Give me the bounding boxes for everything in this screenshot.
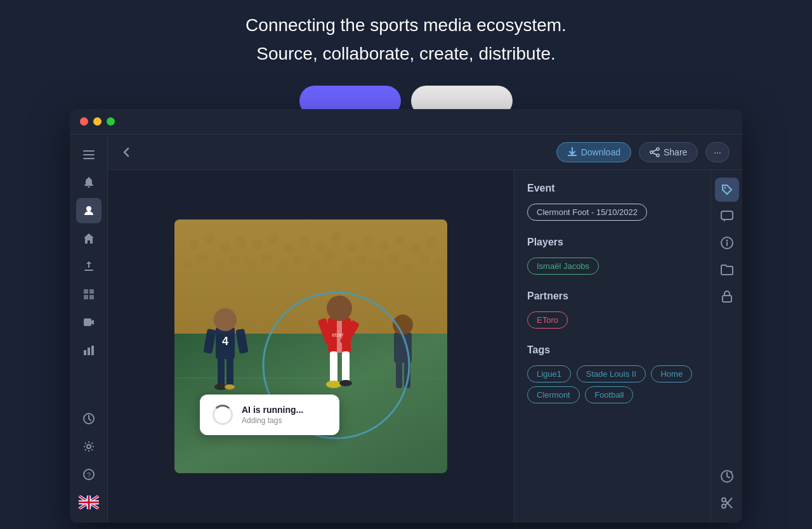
svg-point-50 xyxy=(372,259,383,270)
tag-clermont[interactable]: Clermont xyxy=(527,386,580,403)
tag-football[interactable]: Football xyxy=(585,386,633,403)
hero-line1: Connecting the sports media ecosystem. xyxy=(0,11,812,40)
svg-point-25 xyxy=(236,237,246,247)
share-label: Share xyxy=(664,147,687,157)
flag-uk-icon[interactable] xyxy=(76,490,102,515)
svg-point-75 xyxy=(339,380,352,386)
settings-icon[interactable] xyxy=(76,434,102,459)
ai-spinner xyxy=(213,405,233,425)
title-bar xyxy=(70,109,742,134)
scissors-panel-button[interactable] xyxy=(715,491,739,515)
player-tag-ismael[interactable]: Ismaël Jacobs xyxy=(527,258,599,275)
svg-point-39 xyxy=(198,252,208,263)
svg-rect-8 xyxy=(89,295,94,299)
tag-home[interactable]: Home xyxy=(651,365,692,382)
main-content: 4 xyxy=(108,170,742,523)
svg-rect-9 xyxy=(84,318,91,326)
ai-running-card: AI is running... Adding tags xyxy=(200,395,339,435)
event-tag[interactable]: Clermont Foot - 15/10/2022 xyxy=(527,204,647,221)
svg-point-36 xyxy=(410,244,421,254)
gallery-icon[interactable] xyxy=(76,282,102,307)
partner-tag-etoro[interactable]: EToro xyxy=(527,311,568,329)
svg-rect-7 xyxy=(84,295,88,299)
image-area: 4 xyxy=(108,170,514,523)
svg-point-43 xyxy=(261,252,272,263)
svg-point-59 xyxy=(214,308,237,331)
svg-point-40 xyxy=(214,262,224,272)
svg-point-52 xyxy=(404,263,414,273)
folder-panel-button[interactable] xyxy=(715,258,739,282)
svg-point-49 xyxy=(357,256,367,266)
svg-rect-60 xyxy=(218,358,225,386)
photo-container: 4 xyxy=(174,219,447,473)
partners-label: Partners xyxy=(527,291,698,302)
chart-icon[interactable] xyxy=(76,337,102,363)
svg-point-41 xyxy=(230,256,240,266)
schedule-panel-button[interactable] xyxy=(715,464,739,488)
svg-point-33 xyxy=(363,237,373,247)
svg-point-87 xyxy=(722,498,726,502)
svg-rect-82 xyxy=(721,211,733,219)
svg-point-44 xyxy=(277,262,287,272)
comment-panel-button[interactable] xyxy=(715,204,739,228)
svg-point-29 xyxy=(299,237,310,247)
svg-rect-61 xyxy=(226,358,233,386)
svg-text:?: ? xyxy=(86,471,90,479)
lock-panel-button[interactable] xyxy=(715,284,739,308)
download-label: Download xyxy=(581,147,620,157)
traffic-light-red[interactable] xyxy=(80,117,88,126)
upload-icon[interactable] xyxy=(76,254,102,279)
top-bar: Download Share ··· xyxy=(108,134,742,170)
svg-text:4: 4 xyxy=(222,335,228,348)
home-icon[interactable] xyxy=(76,226,102,251)
tag-stade-louis-ii[interactable]: Stade Louis II xyxy=(577,365,646,382)
bell-icon[interactable] xyxy=(76,170,102,195)
traffic-light-green[interactable] xyxy=(107,117,115,126)
download-button[interactable]: Download xyxy=(556,142,631,162)
menu-icon[interactable] xyxy=(76,142,102,167)
players-section: Players Ismaël Jacobs xyxy=(527,237,698,277)
tag-ligue1[interactable]: Ligue1 xyxy=(527,365,571,382)
svg-point-24 xyxy=(220,243,230,253)
svg-point-74 xyxy=(326,381,341,388)
players-label: Players xyxy=(527,237,698,248)
svg-rect-78 xyxy=(396,362,402,388)
svg-point-53 xyxy=(420,256,430,266)
back-button[interactable] xyxy=(121,146,133,159)
svg-rect-70 xyxy=(330,351,337,383)
help-icon[interactable]: ? xyxy=(76,462,102,487)
svg-point-18 xyxy=(657,148,659,150)
svg-point-48 xyxy=(341,261,351,271)
svg-rect-11 xyxy=(88,348,90,355)
svg-rect-71 xyxy=(342,351,350,383)
video-icon[interactable] xyxy=(76,310,102,335)
svg-point-69 xyxy=(327,296,352,321)
tag-panel-button[interactable] xyxy=(715,178,739,202)
tags-container: Ligue1 Stade Louis II Home Clermont Foot… xyxy=(527,363,698,405)
svg-rect-4 xyxy=(84,270,93,271)
svg-rect-1 xyxy=(83,154,95,155)
tags-section: Tags Ligue1 Stade Louis II Home Clermont… xyxy=(527,344,698,405)
more-button[interactable]: ··· xyxy=(705,142,730,162)
svg-point-88 xyxy=(722,504,726,508)
app-window: ? xyxy=(70,109,742,523)
icon-panel xyxy=(710,170,742,523)
svg-point-20 xyxy=(657,154,659,157)
svg-point-38 xyxy=(182,259,192,269)
clock-icon[interactable] xyxy=(76,406,102,431)
share-button[interactable]: Share xyxy=(639,142,698,162)
svg-point-27 xyxy=(268,233,278,244)
event-label: Event xyxy=(527,183,698,194)
svg-rect-2 xyxy=(83,158,95,159)
ai-subtitle: Adding tags xyxy=(242,416,303,425)
ai-title: AI is running... xyxy=(242,405,303,415)
svg-point-30 xyxy=(315,241,325,251)
hero-line2: Source, collaborate, create, distribute. xyxy=(0,40,812,69)
svg-point-26 xyxy=(252,240,262,250)
svg-point-19 xyxy=(650,151,653,153)
user-avatar[interactable] xyxy=(76,198,102,223)
svg-point-84 xyxy=(726,240,728,242)
traffic-light-yellow[interactable] xyxy=(93,117,102,126)
info-panel-button[interactable] xyxy=(715,231,739,255)
more-label: ··· xyxy=(714,147,721,157)
